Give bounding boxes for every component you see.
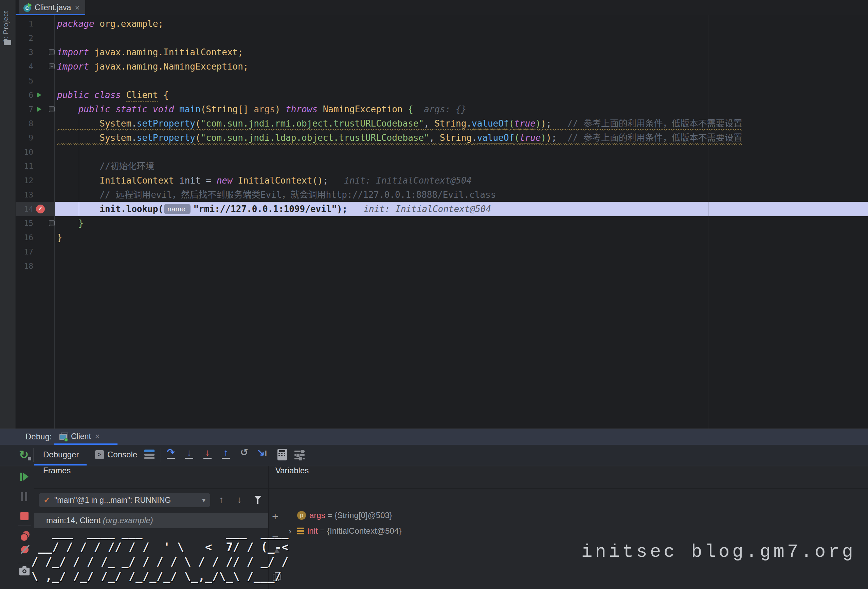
- run-icon[interactable]: [37, 92, 41, 98]
- run-to-cursor-icon[interactable]: ↘I: [255, 448, 269, 462]
- variables-panel-title: Variables: [275, 466, 309, 488]
- add-watch-icon[interactable]: +: [272, 511, 279, 521]
- debug-toolbar: ↻ Debugger > Console ↷ ↓ ↓ ↑ ↺ ↘I: [0, 445, 868, 466]
- remove-watch-icon[interactable]: −: [272, 532, 279, 542]
- debug-tab-client[interactable]: Client ×: [59, 429, 100, 444]
- line-number: 17: [16, 244, 33, 259]
- breakpoint-icon[interactable]: ✓: [36, 205, 45, 214]
- frames-panel-title: Frames: [43, 466, 71, 488]
- code-editor[interactable]: 123456789101112131415161718−−−✓− package…: [16, 15, 868, 428]
- line-number: 18: [16, 259, 33, 273]
- line-number: 3: [16, 45, 33, 59]
- expand-chevron-icon[interactable]: ›: [286, 526, 294, 536]
- code-line: import javax.naming.NamingException;: [57, 59, 249, 74]
- watches-toolbar: + −: [269, 488, 285, 589]
- variable-name: args: [309, 511, 325, 520]
- run-icon[interactable]: [37, 106, 41, 112]
- equals: =: [318, 526, 327, 535]
- pause-icon[interactable]: [21, 492, 29, 502]
- thread-status-check-icon: ✓: [43, 495, 50, 505]
- field-icon: [297, 527, 304, 535]
- line-number: 14: [16, 202, 33, 216]
- variables-panel: + − p args = {String[0]@503} › init = {I…: [269, 488, 868, 589]
- down-arrow-icon[interactable]: ↓: [237, 494, 242, 505]
- variable-name: init: [307, 526, 318, 535]
- line-number: 6: [16, 88, 33, 102]
- code-line: package org.example;: [57, 17, 163, 31]
- line-number: 2: [16, 31, 33, 45]
- view-options-icon[interactable]: [294, 449, 306, 461]
- project-tool-window-button[interactable]: 1: Project: [2, 6, 10, 43]
- spacer: [286, 510, 294, 521]
- code-line: public class Client {: [57, 88, 169, 102]
- line-number: 1: [16, 17, 33, 31]
- line-number: 10: [16, 145, 33, 159]
- console-icon: >: [95, 450, 104, 459]
- code-line: }: [57, 230, 62, 244]
- code-line: System.setProperty("com.sun.jndi.ldap.ob…: [57, 131, 743, 145]
- parameter-icon: p: [297, 511, 306, 520]
- frame-location: main:14, Client: [46, 516, 103, 525]
- step-over-icon[interactable]: ↷: [164, 448, 178, 462]
- tab-debugger[interactable]: Debugger: [43, 445, 79, 464]
- frame-package: (org.example): [103, 516, 153, 525]
- reset-frame-icon[interactable]: ↺: [238, 448, 251, 462]
- view-breakpoints-icon[interactable]: [20, 531, 30, 540]
- equals: =: [325, 511, 335, 520]
- scroll-up-icon[interactable]: [274, 549, 279, 553]
- close-icon[interactable]: ×: [95, 433, 100, 440]
- thread-dump-camera-icon[interactable]: [19, 568, 30, 576]
- variable-value: {InitialContext@504}: [327, 526, 402, 535]
- fold-icon[interactable]: −: [49, 106, 55, 112]
- copy-icon[interactable]: [273, 574, 279, 581]
- up-arrow-icon[interactable]: ↑: [219, 494, 224, 505]
- code-line: // 远程调用evil，然后找不到服务端类Evil，就会调用http://127…: [57, 188, 496, 202]
- debug-label: Debug:: [25, 432, 52, 442]
- close-icon[interactable]: ×: [75, 4, 80, 11]
- tab-console[interactable]: > Console: [95, 445, 137, 464]
- thread-selector-dropdown[interactable]: ✓ "main"@1 in g...main": RUNNING ▾: [39, 493, 210, 507]
- debug-tool-window: Debug: Client × ↻ Debugger > Console ↷ ↓: [0, 428, 868, 589]
- frame-row-selected[interactable]: main:14, Client (org.example): [34, 512, 268, 528]
- fold-icon[interactable]: −: [49, 63, 55, 69]
- step-into-icon[interactable]: ↓: [182, 448, 196, 462]
- variable-value: {String[0]@503}: [335, 511, 392, 520]
- step-out-icon[interactable]: ↑: [219, 448, 233, 462]
- line-number: 15: [16, 216, 33, 230]
- code-line: InitialContext init = new InitialContext…: [57, 173, 472, 188]
- thread-selector-value: "main"@1 in g...main": RUNNING: [54, 496, 198, 505]
- line-number: 13: [16, 188, 33, 202]
- line-number: 12: [16, 173, 33, 188]
- rerun-icon[interactable]: ↻: [19, 448, 32, 461]
- evaluate-expression-icon[interactable]: [278, 449, 287, 460]
- layout-settings-icon[interactable]: [144, 449, 155, 460]
- code-line: //初始化环境: [57, 159, 155, 173]
- variable-row-init[interactable]: › init = {InitialContext@504}: [286, 524, 402, 539]
- hard-wrap-guide: [708, 15, 709, 428]
- java-class-icon: C: [24, 4, 32, 12]
- stop-icon[interactable]: [21, 512, 28, 520]
- filter-funnel-icon[interactable]: [254, 496, 261, 505]
- line-number: 4: [16, 59, 33, 74]
- line-number: 7: [16, 102, 33, 116]
- fold-icon[interactable]: −: [49, 220, 55, 226]
- divider: [18, 526, 31, 526]
- divider: [33, 448, 34, 462]
- code-line: public static void main(String[] args) t…: [57, 102, 466, 116]
- folder-icon[interactable]: [4, 40, 11, 45]
- frames-panel: ✓ "main"@1 in g...main": RUNNING ▾ ↑ ↓ m…: [34, 488, 268, 589]
- fold-icon[interactable]: −: [49, 49, 55, 55]
- code-line: import javax.naming.InitialContext;: [57, 45, 243, 59]
- variable-row-args[interactable]: p args = {String[0]@503}: [286, 508, 392, 523]
- divider: [18, 563, 31, 563]
- debugger-actions-toolbar: [15, 466, 34, 589]
- tab-client-java[interactable]: C Client.java ×: [19, 0, 85, 15]
- mute-breakpoints-icon[interactable]: [20, 545, 30, 555]
- code-line: System.setProperty("com.sun.jndi.rmi.obj…: [57, 116, 743, 131]
- line-number: 16: [16, 230, 33, 244]
- divider: [161, 448, 161, 462]
- force-step-into-icon[interactable]: ↓: [201, 448, 214, 462]
- tab-label: Console: [107, 450, 137, 459]
- line-number: 5: [16, 74, 33, 88]
- ide-window: 1: Project C Client.java × 1234567891011…: [0, 0, 868, 589]
